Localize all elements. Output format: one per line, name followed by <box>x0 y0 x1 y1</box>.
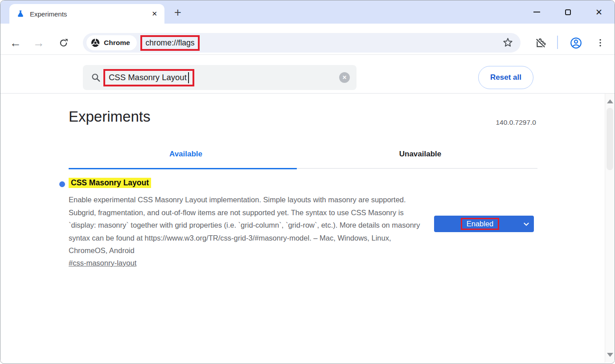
search-input[interactable]: CSS Masonry Layout ✕ <box>83 65 357 90</box>
menu-kebab-icon[interactable] <box>591 34 609 52</box>
window-controls: ✕ <box>521 0 615 24</box>
scroll-up-arrow-icon[interactable] <box>607 99 613 103</box>
bookmark-star-icon[interactable] <box>502 37 513 50</box>
maximize-icon <box>565 9 571 15</box>
version-label: 140.0.7297.0 <box>496 119 536 127</box>
page-title: Experiments <box>69 108 150 125</box>
maximize-button[interactable] <box>552 0 583 24</box>
forward-button[interactable]: → <box>30 34 48 52</box>
reload-button[interactable] <box>54 34 72 52</box>
flask-favicon-icon <box>16 10 25 18</box>
back-button[interactable]: ← <box>7 34 25 52</box>
flag-permalink[interactable]: #css-masonry-layout <box>69 259 136 267</box>
scrollbar-thumb[interactable] <box>607 108 613 170</box>
page-scrollbar[interactable] <box>605 94 615 363</box>
flag-description: Enable experimental CSS Masonry Layout i… <box>69 193 428 257</box>
tabs-divider <box>297 168 537 169</box>
annotation-box-search: CSS Masonry Layout <box>103 69 194 86</box>
site-chip[interactable]: Chrome <box>86 35 137 50</box>
close-window-button[interactable]: ✕ <box>583 0 615 24</box>
annotation-box-url: chrome://flags <box>140 35 200 51</box>
flags-tabs: Available Unavailable <box>69 143 537 169</box>
url-text: chrome://flags <box>146 38 195 48</box>
reset-all-button[interactable]: Reset all <box>478 66 533 89</box>
search-value: CSS Masonry Layout <box>109 73 187 82</box>
site-chip-label: Chrome <box>104 39 130 47</box>
new-tab-button[interactable]: + <box>171 7 185 19</box>
flag-state-dropdown[interactable]: Enabled <box>434 216 534 232</box>
search-icon <box>90 72 101 83</box>
toolbar-divider <box>557 36 558 49</box>
browser-tab[interactable]: Experiments ✕ <box>9 4 164 24</box>
active-tab-underline <box>69 168 297 169</box>
minimize-icon <box>533 12 540 12</box>
minimize-button[interactable] <box>521 0 552 24</box>
chrome-logo-icon <box>90 38 100 48</box>
address-bar[interactable]: Chrome chrome://flags <box>83 33 521 53</box>
flags-page-content: Experiments 140.0.7297.0 Available Unava… <box>0 94 615 363</box>
flag-title-row: CSS Masonry Layout <box>69 178 151 188</box>
tab-available[interactable]: Available <box>69 143 303 169</box>
annotation-box-state: Enabled <box>461 218 500 230</box>
scroll-down-arrow-icon[interactable] <box>607 353 613 357</box>
profile-avatar-icon[interactable] <box>567 34 585 52</box>
flag-bullet-dot <box>59 181 65 187</box>
tab-unavailable[interactable]: Unavailable <box>303 143 537 169</box>
extensions-off-icon[interactable] <box>532 34 549 52</box>
browser-window: Experiments ✕ + ✕ ← → <box>0 0 615 364</box>
browser-toolbar: ← → <box>0 24 615 55</box>
tab-strip: Experiments ✕ + ✕ <box>0 0 615 24</box>
reload-icon <box>58 38 69 48</box>
tab-close-icon[interactable]: ✕ <box>152 10 157 18</box>
text-caret <box>188 72 189 83</box>
tab-title: Experiments <box>30 10 67 18</box>
flag-name-highlight: CSS Masonry Layout <box>69 178 151 188</box>
clear-search-button[interactable]: ✕ <box>339 72 350 83</box>
chevron-down-icon <box>522 220 531 229</box>
flags-search-row: CSS Masonry Layout ✕ Reset all <box>0 55 615 94</box>
